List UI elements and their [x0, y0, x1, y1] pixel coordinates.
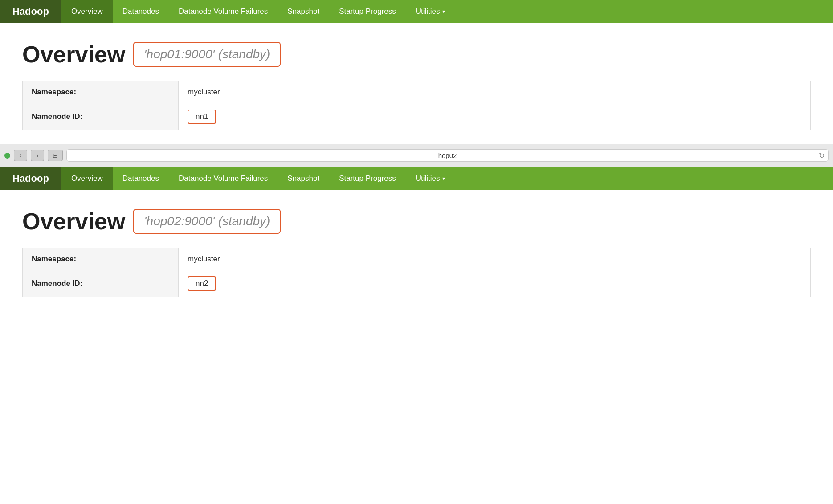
namenode-id-cell-1: nn1 — [179, 103, 811, 130]
chevron-down-icon-2: ▾ — [442, 175, 445, 182]
chevron-down-icon: ▾ — [442, 8, 445, 15]
overview-subtitle-1: 'hop01:9000' (standby) — [133, 42, 281, 67]
nav-overview[interactable]: Overview — [61, 0, 113, 23]
nav-startup-progress[interactable]: Startup Progress — [329, 0, 406, 23]
table-row-namespace-1: Namespace: mycluster — [23, 81, 811, 103]
browser-back-button[interactable]: ‹ — [14, 150, 27, 161]
nav-snapshot-2[interactable]: Snapshot — [278, 167, 329, 190]
namespace-value-2: mycluster — [179, 248, 811, 270]
overview-header-2: Overview 'hop02:9000' (standby) — [22, 208, 811, 235]
content-section-2: Overview 'hop02:9000' (standby) Namespac… — [0, 190, 833, 311]
namenode-id-cell-2: nn2 — [179, 270, 811, 297]
navbar-bottom: Hadoop Overview Datanodes Datanode Volum… — [0, 167, 833, 190]
namenode-id-value-1: nn1 — [188, 110, 216, 124]
brand-logo[interactable]: Hadoop — [0, 0, 61, 23]
info-table-1: Namespace: mycluster Namenode ID: nn1 — [22, 81, 811, 130]
nav-overview-2[interactable]: Overview — [61, 167, 113, 190]
address-text: hop02 — [438, 152, 457, 159]
namespace-label-1: Namespace: — [23, 81, 179, 103]
browser-sidebar-button[interactable]: ⊟ — [48, 150, 63, 161]
nav-utilities-2[interactable]: Utilities ▾ — [406, 167, 455, 190]
nav-datanode-volume-failures[interactable]: Datanode Volume Failures — [169, 0, 278, 23]
browser-address-bar: ‹ › ⊟ hop02 ↻ — [0, 144, 833, 167]
nav-snapshot[interactable]: Snapshot — [278, 0, 329, 23]
browser-status-dot — [4, 153, 10, 159]
table-row-namenode-id-2: Namenode ID: nn2 — [23, 270, 811, 297]
table-row-namespace-2: Namespace: mycluster — [23, 248, 811, 270]
namenode-id-value-2: nn2 — [188, 276, 216, 291]
overview-header-1: Overview 'hop01:9000' (standby) — [22, 41, 811, 68]
overview-title-1: Overview — [22, 41, 125, 68]
nav-datanodes[interactable]: Datanodes — [113, 0, 169, 23]
content-section-1: Overview 'hop01:9000' (standby) Namespac… — [0, 23, 833, 144]
table-row-namenode-id-1: Namenode ID: nn1 — [23, 103, 811, 130]
overview-title-2: Overview — [22, 208, 125, 235]
navbar-top: Hadoop Overview Datanodes Datanode Volum… — [0, 0, 833, 23]
namespace-value-1: mycluster — [179, 81, 811, 103]
overview-subtitle-2: 'hop02:9000' (standby) — [133, 209, 281, 234]
nav-datanode-volume-failures-2[interactable]: Datanode Volume Failures — [169, 167, 278, 190]
nav-startup-progress-2[interactable]: Startup Progress — [329, 167, 406, 190]
browser-forward-button[interactable]: › — [31, 150, 44, 161]
address-bar[interactable]: hop02 ↻ — [66, 149, 829, 162]
nav-utilities[interactable]: Utilities ▾ — [406, 0, 455, 23]
namenode-id-label-2: Namenode ID: — [23, 270, 179, 297]
brand-logo-2[interactable]: Hadoop — [0, 167, 61, 190]
refresh-icon[interactable]: ↻ — [819, 151, 825, 160]
nav-datanodes-2[interactable]: Datanodes — [113, 167, 169, 190]
namenode-id-label-1: Namenode ID: — [23, 103, 179, 130]
info-table-2: Namespace: mycluster Namenode ID: nn2 — [22, 248, 811, 297]
namespace-label-2: Namespace: — [23, 248, 179, 270]
